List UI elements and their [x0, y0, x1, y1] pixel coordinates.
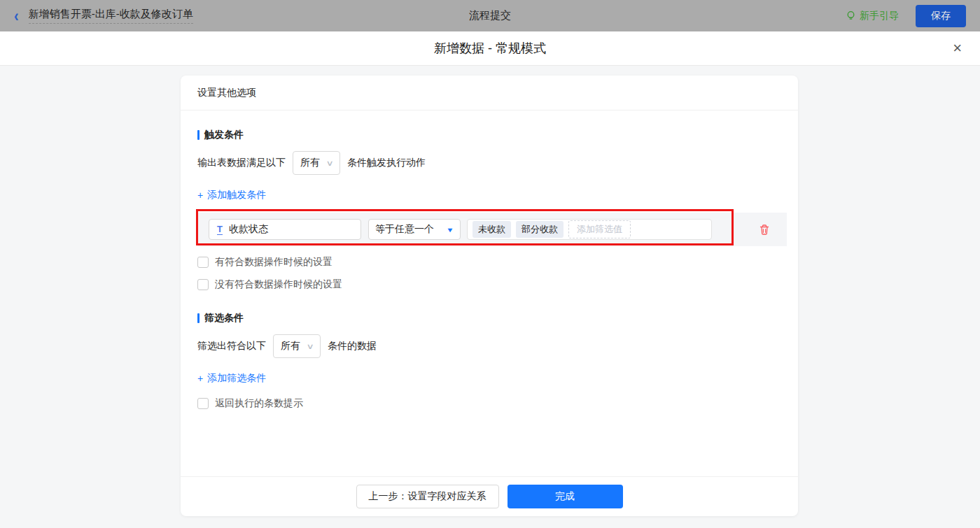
previous-step-button[interactable]: 上一步：设置字段对应关系 [356, 485, 499, 508]
section-accent-bar [197, 313, 200, 323]
trigger-sentence-suffix: 条件触发执行动作 [347, 157, 426, 169]
section-accent-bar [197, 130, 200, 140]
options-panel: 设置其他选项 触发条件 输出表数据满足以下 所有 ∨ 条件触发执行动作 + 添加… [181, 76, 798, 516]
trigger-condition-row: T 收款状态 等于任意一个 ▼ 未收款 部分收款 添加筛选值 [197, 213, 787, 246]
no-matching-data-option: 没有符合数据操作时候的设置 [197, 278, 798, 291]
beginner-guide-link[interactable]: 新手引导 [846, 10, 899, 22]
close-icon[interactable]: × [953, 41, 962, 56]
delete-condition-button[interactable] [759, 224, 770, 236]
done-button[interactable]: 完成 [507, 485, 623, 508]
plus-icon: + [197, 190, 203, 201]
panel-body: 触发条件 输出表数据满足以下 所有 ∨ 条件触发执行动作 + 添加触发条件 T [181, 110, 798, 476]
flow-name-editable[interactable]: 新增销售开票-出库-收款及修改订单 [29, 8, 193, 24]
panel-header: 设置其他选项 [181, 76, 798, 110]
value-tag[interactable]: 未收款 [472, 221, 511, 238]
add-trigger-condition-link[interactable]: + 添加触发条件 [197, 189, 266, 201]
checkbox-unchecked[interactable] [197, 279, 209, 290]
plus-icon: + [197, 373, 203, 384]
trash-icon [759, 224, 770, 236]
trigger-match-value: 所有 [300, 157, 320, 169]
checkbox-unchecked[interactable] [197, 398, 209, 409]
trigger-section-label: 触发条件 [204, 129, 244, 141]
add-filter-condition-label: 添加筛选条件 [207, 372, 266, 385]
top-bar: 流程提交 ‹ 新增销售开票-出库-收款及修改订单 新手引导 保存 [0, 0, 980, 31]
panel-footer: 上一步：设置字段对应关系 完成 [181, 476, 798, 516]
value-tag[interactable]: 部分收款 [516, 221, 564, 238]
chevron-down-icon: ∨ [326, 159, 333, 168]
filter-sentence-suffix: 条件的数据 [328, 340, 377, 352]
filter-section-title: 筛选条件 [197, 312, 798, 324]
lightbulb-icon [846, 10, 856, 21]
save-button[interactable]: 保存 [916, 5, 966, 27]
caret-down-icon: ▼ [446, 226, 454, 233]
has-matching-data-option: 有符合数据操作时候的设置 [197, 256, 798, 269]
return-count-option: 返回执行的条数提示 [197, 397, 798, 410]
modal-header: 新增数据 - 常规模式 × [0, 31, 980, 66]
add-filter-condition-link[interactable]: + 添加筛选条件 [197, 372, 266, 385]
chevron-down-icon: ∨ [306, 342, 314, 351]
condition-values-input[interactable]: 未收款 部分收款 添加筛选值 [467, 219, 712, 240]
has-matching-data-label: 有符合数据操作时候的设置 [215, 256, 332, 269]
add-value-placeholder[interactable]: 添加筛选值 [568, 220, 631, 238]
condition-operator-value: 等于任意一个 [375, 223, 434, 236]
trigger-sentence-prefix: 输出表数据满足以下 [197, 157, 286, 169]
condition-field-select[interactable]: T 收款状态 [209, 219, 361, 240]
modal-title: 新增数据 - 常规模式 [434, 40, 546, 57]
filter-sentence-prefix: 筛选出符合以下 [197, 340, 266, 352]
trigger-section-title: 触发条件 [197, 129, 798, 141]
trigger-match-sentence: 输出表数据满足以下 所有 ∨ 条件触发执行动作 [197, 151, 798, 175]
text-field-type-icon: T [217, 224, 223, 235]
checkbox-unchecked[interactable] [197, 257, 209, 268]
back-chevron-icon[interactable]: ‹ [14, 8, 19, 24]
filter-match-sentence: 筛选出符合以下 所有 ∨ 条件的数据 [197, 334, 798, 358]
new-data-modal: 新增数据 - 常规模式 × 设置其他选项 触发条件 输出表数据满足以下 所有 ∨… [0, 31, 980, 528]
trigger-match-select[interactable]: 所有 ∨ [293, 151, 340, 175]
add-trigger-condition-label: 添加触发条件 [207, 189, 266, 201]
condition-operator-select[interactable]: 等于任意一个 ▼ [368, 219, 461, 240]
return-count-label: 返回执行的条数提示 [215, 397, 303, 410]
filter-match-value: 所有 [281, 340, 300, 352]
filter-match-select[interactable]: 所有 ∨ [273, 334, 321, 358]
filter-section-label: 筛选条件 [204, 312, 244, 324]
no-matching-data-label: 没有符合数据操作时候的设置 [215, 278, 342, 291]
guide-label: 新手引导 [860, 10, 899, 22]
condition-field-value: 收款状态 [229, 223, 268, 236]
